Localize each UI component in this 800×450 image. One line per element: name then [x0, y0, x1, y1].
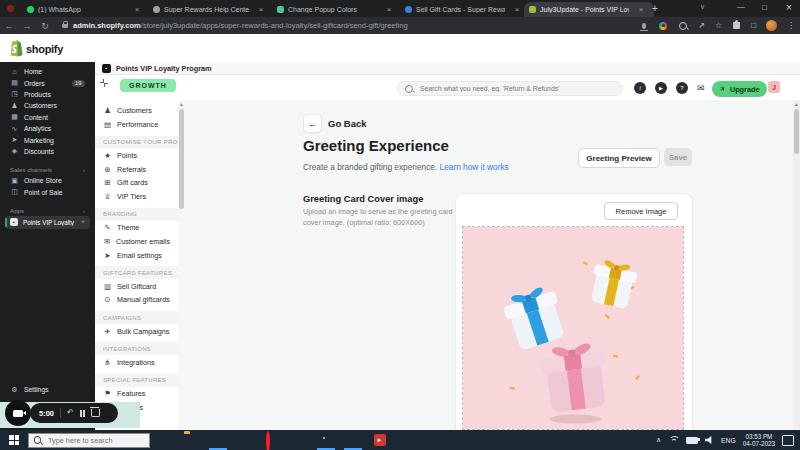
sidebar-item-points-vip-app[interactable]: ▪ Points VIP Loyalty Pr... ⌖: [5, 216, 90, 229]
start-button[interactable]: [9, 435, 19, 445]
main-scrollbar[interactable]: ▲: [793, 100, 800, 430]
tab-close-icon[interactable]: ×: [633, 5, 649, 14]
sidebar-item-home[interactable]: ⌂Home: [5, 66, 90, 77]
edge-icon[interactable]: [238, 433, 252, 447]
sidebar-item-marketing[interactable]: ➤Marketing: [5, 134, 90, 145]
file-explorer-icon[interactable]: [184, 433, 198, 447]
new-tab-button[interactable]: +: [652, 3, 658, 14]
sidebar-item-products[interactable]: ◳Products: [5, 89, 90, 100]
window-close-button[interactable]: ×: [786, 2, 792, 13]
bookmark-star-icon[interactable]: ☆: [715, 21, 722, 30]
tab-close-icon[interactable]: ×: [381, 5, 397, 14]
tab-help-center[interactable]: Super Rewards Help Center | Sel ×: [148, 2, 274, 17]
paint-app-icon[interactable]: [211, 433, 225, 447]
tab-popup-colors[interactable]: Change Popup Colors ×: [272, 2, 402, 17]
play-video-icon[interactable]: ▶: [655, 82, 667, 94]
split-tab-icon[interactable]: □: [751, 21, 756, 30]
sidebar-item-settings[interactable]: ⚙ Settings: [5, 384, 90, 395]
window-minimize-button[interactable]: —: [737, 2, 745, 11]
upgrade-button[interactable]: ✈ Upgrade: [712, 81, 767, 97]
app-nav-performance[interactable]: ▤Performance: [95, 117, 178, 131]
sidebar-item-orders[interactable]: ▤Orders19: [5, 77, 90, 88]
extensions-icon[interactable]: [733, 22, 740, 29]
taskbar-search-input[interactable]: [46, 435, 144, 446]
app-search-box[interactable]: [397, 81, 623, 96]
address-bar[interactable]: admin.shopify.com/store/july3update/apps…: [73, 21, 408, 30]
lock-icon[interactable]: [62, 24, 68, 28]
app-nav-integrations[interactable]: ⋔Integrations: [95, 355, 178, 369]
help-icon[interactable]: ?: [676, 82, 688, 94]
volume-icon[interactable]: [705, 436, 714, 444]
forward-icon[interactable]: →: [18, 21, 36, 31]
scrollbar-thumb[interactable]: [179, 109, 184, 209]
sales-channels-header[interactable]: Sales channels›: [5, 164, 90, 175]
sidebar-item-online-store[interactable]: ▣Online Store: [5, 175, 90, 186]
lens-icon[interactable]: [659, 22, 667, 30]
recorder-app-icon[interactable]: ▸: [373, 433, 387, 447]
clock[interactable]: 03:53 PM 04-07-2023: [743, 433, 775, 448]
scroll-up-icon[interactable]: ▲: [793, 101, 800, 107]
save-button[interactable]: Save: [664, 148, 692, 166]
mic-icon[interactable]: [642, 23, 646, 29]
app-nav-manual-giftcards[interactable]: ⊙Manual giftcards: [95, 293, 178, 307]
taskbar-search-box[interactable]: [28, 433, 150, 448]
mail-icon[interactable]: ✉: [697, 83, 705, 93]
bandicam-icon[interactable]: [346, 433, 360, 447]
go-back-label[interactable]: Go Back: [328, 118, 367, 129]
scroll-up-icon[interactable]: ▲: [178, 101, 185, 107]
app-nav-customers[interactable]: ♟Customers: [95, 104, 178, 118]
app-user-avatar[interactable]: J: [768, 81, 780, 93]
sidebar-item-analytics[interactable]: ∿Analytics: [5, 123, 90, 134]
scrollbar-thumb[interactable]: [794, 109, 799, 154]
info-icon[interactable]: i: [634, 82, 646, 94]
battery-icon[interactable]: [686, 437, 698, 444]
firefox-icon[interactable]: [292, 433, 306, 447]
browser-profile-avatar[interactable]: [766, 20, 777, 31]
app-nav-gift-cards[interactable]: ⊞Gift cards: [95, 176, 178, 190]
search-icon[interactable]: [679, 22, 687, 30]
pause-icon[interactable]: [80, 410, 85, 417]
trash-icon[interactable]: [91, 409, 100, 417]
undo-icon[interactable]: ↶: [67, 409, 74, 417]
app-nav-bulk-campaigns[interactable]: ✈Bulk Campaigns: [95, 324, 178, 338]
app-nav-email-settings[interactable]: ➤Email settings: [95, 248, 178, 262]
tab-whatsapp[interactable]: (1) WhatsApp ×: [22, 2, 150, 17]
chrome-icon[interactable]: [319, 433, 333, 447]
remove-image-button[interactable]: Remove Image: [604, 202, 678, 220]
browser-menu-icon[interactable]: ⋮: [787, 21, 795, 30]
tab-close-icon[interactable]: ×: [129, 5, 145, 14]
app-nav-sell-giftcard[interactable]: ▥Sell Giftcard: [95, 279, 178, 293]
network-icon[interactable]: [668, 436, 679, 444]
app-nav-vip-tiers[interactable]: ♕VIP Tiers: [95, 190, 178, 204]
sidebar-item-content[interactable]: ▦Content: [5, 112, 90, 123]
app-nav-theme[interactable]: ✎Theme: [95, 221, 178, 235]
apps-header[interactable]: Apps›: [5, 205, 90, 216]
tab-july3update-active[interactable]: July3Update - Points VIP Loyalty ×: [524, 2, 654, 17]
language-indicator[interactable]: ENG: [721, 437, 736, 444]
learn-how-link[interactable]: Learn how it works: [440, 162, 509, 172]
sidebar-item-point-of-sale[interactable]: ◫Point of Sale: [5, 187, 90, 198]
sidebar-item-discounts[interactable]: ◈Discounts: [5, 146, 90, 157]
app-nav-features[interactable]: ⚑Features: [95, 387, 178, 401]
back-icon[interactable]: ←: [0, 21, 18, 31]
reload-icon[interactable]: ↻: [36, 21, 54, 31]
app-nav-customer-emails[interactable]: ✉Customer emails: [95, 235, 178, 249]
opera-icon[interactable]: [265, 433, 279, 447]
greeting-preview-button[interactable]: Greeting Preview: [578, 148, 660, 168]
app-nav-referrals[interactable]: ⊛Referrals: [95, 162, 178, 176]
window-maximize-button[interactable]: □: [762, 3, 767, 12]
hidden-icons-chevron[interactable]: ∧: [656, 436, 661, 444]
go-back-button[interactable]: ←: [303, 114, 322, 133]
window-chevron-icon[interactable]: ∨: [700, 3, 705, 11]
share-icon[interactable]: ↗: [698, 21, 705, 30]
tab-close-icon[interactable]: ×: [509, 5, 525, 14]
action-center-icon[interactable]: [782, 435, 794, 446]
recorder-camera-button[interactable]: [5, 400, 31, 426]
app-nav-points[interactable]: ★Points: [95, 149, 178, 163]
app-search-input[interactable]: [418, 84, 615, 93]
tab-sell-gift-cards[interactable]: Sell Gift Cards - Super Rewards ×: [400, 2, 530, 17]
app-sidebar-scrollbar[interactable]: ▲: [178, 100, 185, 430]
sidebar-item-customers[interactable]: ♟Customers: [5, 100, 90, 111]
pin-icon[interactable]: ⌖: [81, 218, 85, 226]
tab-close-icon[interactable]: ×: [253, 5, 269, 14]
